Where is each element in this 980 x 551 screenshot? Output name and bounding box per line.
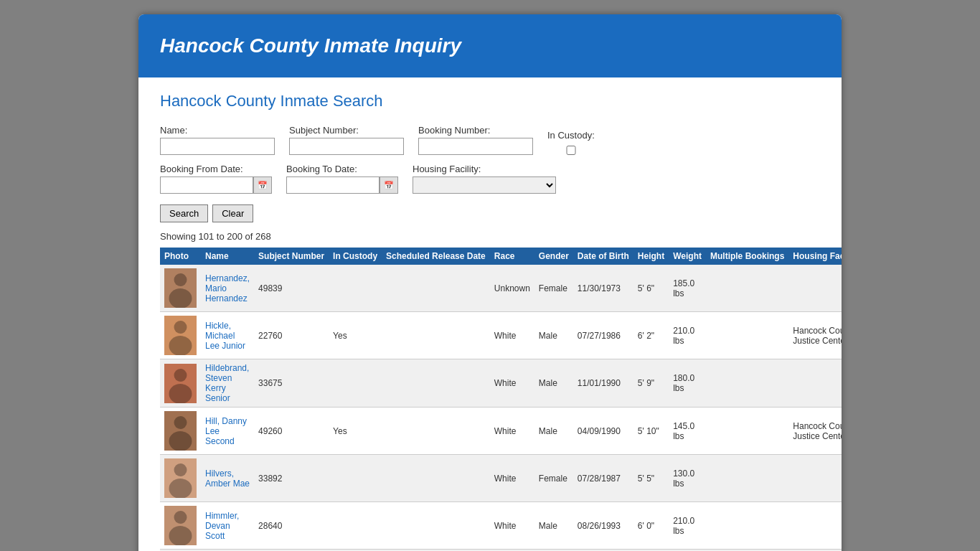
page-title: Hancock County Inmate Search — [160, 92, 820, 110]
col-header-race: Race — [490, 248, 534, 265]
booking-from-calendar-button[interactable]: 📅 — [253, 176, 272, 194]
inmate-name-link[interactable]: Hernandez, Mario Hernandez — [205, 273, 250, 303]
cell-scheduled-release — [382, 408, 490, 455]
table-header: PhotoNameSubject NumberIn CustodySchedul… — [160, 248, 842, 265]
cell-subject-number: 28640 — [254, 502, 329, 550]
booking-from-label: Booking From Date: — [160, 164, 272, 174]
svg-point-7 — [174, 369, 187, 382]
search-button[interactable]: Search — [160, 204, 208, 222]
cell-height: 5' 9" — [633, 359, 669, 408]
inmate-name-link[interactable]: Hilvers, Amber Mae — [205, 468, 250, 489]
cell-in-custody — [329, 455, 382, 502]
svg-point-2 — [169, 288, 192, 308]
booking-to-calendar-button[interactable]: 📅 — [380, 176, 398, 194]
cell-housing-facility — [788, 502, 842, 550]
col-header-date-of-birth: Date of Birth — [573, 248, 633, 265]
cell-multiple-bookings — [706, 265, 788, 312]
content-area: Hancock County Inmate Search Name: Subje… — [138, 77, 842, 551]
svg-point-1 — [174, 273, 187, 286]
in-custody-checkbox[interactable] — [547, 146, 595, 155]
custody-group: In Custody: — [547, 130, 595, 155]
col-header-height: Height — [633, 248, 669, 265]
cell-gender: Male — [534, 312, 573, 359]
facility-label: Housing Facility: — [413, 164, 556, 174]
booking-to-input[interactable] — [286, 176, 380, 194]
cell-weight: 145.0 lbs — [669, 408, 706, 455]
inmate-name-cell[interactable]: Hill, Danny Lee Second — [201, 408, 254, 455]
cell-in-custody — [329, 359, 382, 408]
cell-dob: 07/27/1986 — [573, 312, 633, 359]
cell-weight: 180.0 lbs — [669, 359, 706, 408]
inmate-name-link[interactable]: Hildebrand, Steven Kerry Senior — [205, 363, 249, 403]
table-body: Hernandez, Mario Hernandez49839UnknownFe… — [160, 265, 842, 551]
cell-gender: Female — [534, 265, 573, 312]
col-header-photo: Photo — [160, 248, 201, 265]
inmate-name-link[interactable]: Hill, Danny Lee Second — [205, 416, 247, 446]
custody-label: In Custody: — [547, 130, 595, 141]
cell-weight: 185.0 lbs — [669, 265, 706, 312]
button-row: Search Clear — [160, 204, 820, 222]
inmate-name-cell[interactable]: Hernandez, Mario Hernandez — [201, 265, 254, 312]
inmate-name-cell[interactable]: Hilvers, Amber Mae — [201, 455, 254, 502]
col-header-multiple-bookings: Multiple Bookings — [706, 248, 788, 265]
inmate-name-link[interactable]: Himmler, Devan Scott — [205, 511, 239, 541]
inmate-name-cell[interactable]: Hickle, Michael Lee Junior — [201, 312, 254, 359]
form-row-2: Booking From Date: 📅 Booking To Date: 📅 … — [160, 164, 820, 194]
table-row: Hildebrand, Steven Kerry Senior33675Whit… — [160, 359, 842, 408]
svg-point-5 — [169, 336, 192, 355]
cell-subject-number: 33892 — [254, 455, 329, 502]
cell-dob: 07/28/1987 — [573, 455, 633, 502]
col-header-name: Name — [201, 248, 254, 265]
inmate-photo-cell — [160, 359, 201, 408]
svg-point-14 — [169, 479, 192, 498]
cell-dob: 04/09/1990 — [573, 408, 633, 455]
booking-label: Booking Number: — [418, 125, 533, 136]
booking-from-wrapper: 📅 — [160, 176, 272, 194]
cell-housing-facility: Hancock County Justice Center — [788, 312, 842, 359]
cell-height: 5' 6" — [633, 265, 669, 312]
svg-point-8 — [169, 384, 192, 403]
inmate-name-cell[interactable]: Himmler, Devan Scott — [201, 502, 254, 550]
main-container: Hancock County Inmate Inquiry Hancock Co… — [138, 14, 842, 551]
inmate-name-link[interactable]: Hickle, Michael Lee Junior — [205, 321, 245, 351]
cell-race: White — [490, 455, 534, 502]
cell-height: 6' 0" — [633, 502, 669, 550]
booking-input[interactable] — [418, 138, 533, 155]
name-label: Name: — [160, 125, 275, 136]
booking-from-input[interactable] — [160, 176, 253, 194]
col-header-subject-number: Subject Number — [254, 248, 329, 265]
subject-label: Subject Number: — [289, 125, 404, 136]
table-row: Hill, Danny Lee Second49260YesWhiteMale0… — [160, 408, 842, 455]
cell-weight: 210.0 lbs — [669, 312, 706, 359]
cell-dob: 11/01/1990 — [573, 359, 633, 408]
cell-race: White — [490, 502, 534, 550]
cell-housing-facility — [788, 359, 842, 408]
facility-select[interactable]: Hancock County Justice CenterOther Facil… — [413, 176, 556, 194]
cell-gender: Male — [534, 359, 573, 408]
col-header-gender: Gender — [534, 248, 573, 265]
svg-point-13 — [174, 463, 187, 476]
cell-subject-number: 49839 — [254, 265, 329, 312]
table-header-row: PhotoNameSubject NumberIn CustodySchedul… — [160, 248, 842, 265]
cell-in-custody — [329, 502, 382, 550]
name-input[interactable] — [160, 138, 275, 155]
subject-input[interactable] — [289, 138, 404, 155]
col-header-housing-facility: Housing Facility — [788, 248, 842, 265]
cell-in-custody — [329, 265, 382, 312]
cell-housing-facility — [788, 265, 842, 312]
col-header-scheduled-release-date: Scheduled Release Date — [382, 248, 490, 265]
clear-button[interactable]: Clear — [212, 204, 253, 222]
booking-to-wrapper: 📅 — [286, 176, 398, 194]
cell-multiple-bookings — [706, 455, 788, 502]
subject-group: Subject Number: — [289, 125, 404, 155]
header-banner: Hancock County Inmate Inquiry — [138, 14, 842, 77]
cell-race: White — [490, 408, 534, 455]
search-form: Name: Subject Number: Booking Number: In… — [160, 125, 820, 194]
inmate-name-cell[interactable]: Hildebrand, Steven Kerry Senior — [201, 359, 254, 408]
booking-to-group: Booking To Date: 📅 — [286, 164, 398, 194]
cell-housing-facility — [788, 455, 842, 502]
table-row: Hilvers, Amber Mae33892WhiteFemale07/28/… — [160, 455, 842, 502]
cell-dob: 08/26/1993 — [573, 502, 633, 550]
table-row: Hickle, Michael Lee Junior22760YesWhiteM… — [160, 312, 842, 359]
cell-weight: 210.0 lbs — [669, 502, 706, 550]
